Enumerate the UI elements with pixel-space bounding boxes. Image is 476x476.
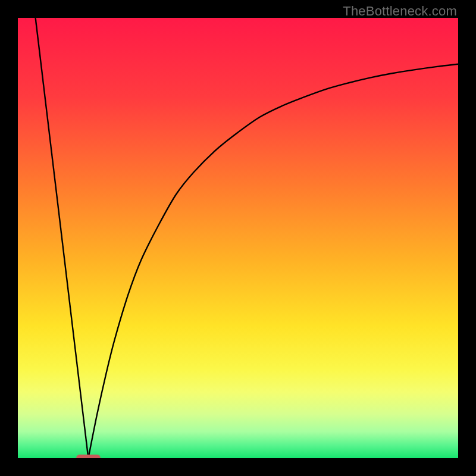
curve-svg — [18, 18, 458, 458]
curve-right-arm — [88, 64, 458, 458]
curve-left-arm — [36, 18, 89, 458]
watermark-text: TheBottleneck.com — [343, 4, 457, 19]
optimum-marker — [76, 455, 101, 458]
plot-area — [18, 18, 458, 458]
chart-frame: TheBottleneck.com — [0, 0, 476, 476]
